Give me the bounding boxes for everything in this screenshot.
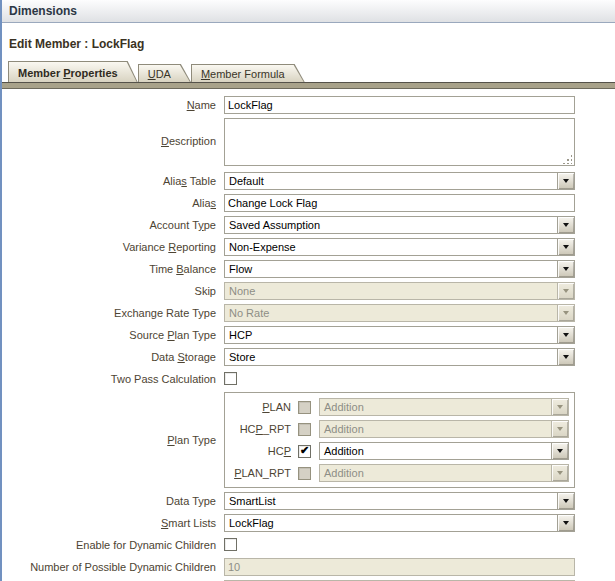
window-titlebar: Dimensions xyxy=(2,0,615,23)
tab-bottom-bar xyxy=(2,82,615,89)
tab-member-properties-label: Member Properties xyxy=(18,67,118,79)
chevron-down-icon xyxy=(563,355,569,359)
plan-rpt-checkbox xyxy=(298,467,311,480)
two-pass-calculation-label: Two Pass Calculation xyxy=(2,370,216,388)
skip-value: None xyxy=(225,283,557,299)
plan-type-row-hcp-rpt: HCP_RPT Addition xyxy=(229,420,569,438)
exchange-rate-type-value: No Rate xyxy=(225,305,557,321)
dropdown-arrow-button[interactable] xyxy=(557,349,574,365)
description-textarea[interactable] xyxy=(224,118,575,166)
plan-type-row-plan-rpt: PLAN_RPT Addition xyxy=(229,464,569,482)
two-pass-field xyxy=(224,372,575,387)
dropdown-arrow-button xyxy=(557,305,574,321)
name-label: Name xyxy=(2,96,216,114)
source-plan-type-value: HCP xyxy=(225,327,557,343)
plan-checkbox xyxy=(298,401,311,414)
tab-uda[interactable]: UDA xyxy=(138,64,191,82)
plan-type-row-hcp: HCP ✔ Addition xyxy=(229,442,569,460)
hcp-rpt-aggregation-value: Addition xyxy=(320,421,551,437)
dropdown-arrow-button[interactable] xyxy=(557,493,574,509)
plan-rpt-label: PLAN_RPT xyxy=(229,467,291,479)
hcp-rpt-checkbox xyxy=(298,423,311,436)
tab-member-properties[interactable]: Member Properties xyxy=(8,61,138,82)
tab-member-formula-label: Member Formula xyxy=(201,68,285,80)
dropdown-arrow-button[interactable] xyxy=(557,327,574,343)
dropdown-arrow-button[interactable] xyxy=(557,217,574,233)
skip-select: None xyxy=(224,282,575,300)
chevron-down-icon xyxy=(563,311,569,315)
alias-table-select[interactable]: Default xyxy=(224,172,575,190)
hcp-checkbox[interactable]: ✔ xyxy=(298,445,311,458)
smart-lists-label: Smart Lists xyxy=(2,514,216,532)
variance-reporting-select[interactable]: Non-Expense xyxy=(224,238,575,256)
alias-table-label: Alias Table xyxy=(2,172,216,190)
chevron-down-icon xyxy=(557,471,563,475)
field-row-account-type: Account Type Saved Assumption xyxy=(2,216,615,234)
dropdown-arrow-button[interactable] xyxy=(557,261,574,277)
enable-dynamic-children-label: Enable for Dynamic Children xyxy=(2,536,216,554)
data-storage-value: Store xyxy=(225,349,557,365)
chevron-down-icon xyxy=(563,245,569,249)
dropdown-arrow-button[interactable] xyxy=(557,515,574,531)
chevron-down-icon xyxy=(563,499,569,503)
source-plan-type-label: Source Plan Type xyxy=(2,326,216,344)
tab-member-formula[interactable]: Member Formula xyxy=(191,64,305,82)
dropdown-arrow-button[interactable] xyxy=(551,443,568,459)
field-row-plan-type: Plan Type PLAN Addition HCP_RPT Addition xyxy=(2,392,615,488)
chevron-down-icon xyxy=(563,267,569,271)
field-row-exchange-rate-type: Exchange Rate Type No Rate xyxy=(2,304,615,322)
plan-rpt-aggregation-value: Addition xyxy=(320,465,551,481)
data-type-select[interactable]: SmartList xyxy=(224,492,575,510)
chevron-down-icon xyxy=(563,223,569,227)
variance-reporting-label: Variance Reporting xyxy=(2,238,216,256)
dropdown-arrow-button[interactable] xyxy=(557,239,574,255)
hcp-aggregation-select[interactable]: Addition xyxy=(319,442,569,460)
hcp-rpt-aggregation-select: Addition xyxy=(319,420,569,438)
smart-lists-select[interactable]: LockFlag xyxy=(224,514,575,532)
enable-dynamic-children-checkbox[interactable] xyxy=(224,538,237,551)
field-row-data-type: Data Type SmartList xyxy=(2,492,615,510)
dropdown-arrow-button[interactable] xyxy=(557,173,574,189)
chevron-down-icon xyxy=(563,289,569,293)
dropdown-arrow-button xyxy=(551,465,568,481)
smart-lists-value: LockFlag xyxy=(225,515,557,531)
data-storage-select[interactable]: Store xyxy=(224,348,575,366)
account-type-label: Account Type xyxy=(2,216,216,234)
tab-uda-label: UDA xyxy=(148,68,171,80)
account-type-value: Saved Assumption xyxy=(225,217,557,233)
skip-label: Skip xyxy=(2,282,216,300)
window-title: Dimensions xyxy=(9,4,77,18)
field-row-two-pass-calculation: Two Pass Calculation xyxy=(2,370,615,388)
plan-label: PLAN xyxy=(229,401,291,413)
exchange-rate-type-select: No Rate xyxy=(224,304,575,322)
hcp-label: HCP xyxy=(229,445,291,457)
source-plan-type-select[interactable]: HCP xyxy=(224,326,575,344)
dropdown-arrow-button xyxy=(551,399,568,415)
description-label: Description xyxy=(2,118,216,150)
field-row-source-plan-type: Source Plan Type HCP xyxy=(2,326,615,344)
chevron-down-icon xyxy=(557,449,563,453)
chevron-down-icon xyxy=(563,179,569,183)
field-row-skip: Skip None xyxy=(2,282,615,300)
name-input[interactable] xyxy=(224,96,575,114)
field-row-enable-dynamic-children: Enable for Dynamic Children xyxy=(2,536,615,554)
hcp-rpt-label: HCP_RPT xyxy=(229,423,291,435)
page-title: Edit Member : LockFlag xyxy=(2,23,615,61)
time-balance-select[interactable]: Flow xyxy=(224,260,575,278)
alias-table-value: Default xyxy=(225,173,557,189)
data-storage-label: Data Storage xyxy=(2,348,216,366)
dropdown-arrow-button xyxy=(551,421,568,437)
tab-strip: Member Properties UDA Member Formula xyxy=(2,61,615,82)
member-properties-form: Name Description Alias Table Default Ali… xyxy=(2,89,615,581)
alias-input[interactable] xyxy=(224,194,575,212)
two-pass-calculation-checkbox[interactable] xyxy=(224,372,237,385)
time-balance-value: Flow xyxy=(225,261,557,277)
chevron-down-icon xyxy=(563,521,569,525)
plan-type-row-plan: PLAN Addition xyxy=(229,398,569,416)
field-row-data-storage: Data Storage Store xyxy=(2,348,615,366)
plan-type-label: Plan Type xyxy=(2,431,216,449)
account-type-select[interactable]: Saved Assumption xyxy=(224,216,575,234)
field-row-alias: Alias xyxy=(2,194,615,212)
chevron-down-icon xyxy=(557,405,563,409)
data-type-label: Data Type xyxy=(2,492,216,510)
